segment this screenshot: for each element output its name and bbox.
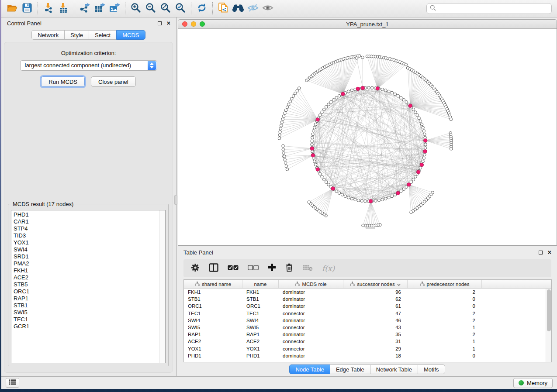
import-network-button[interactable] bbox=[41, 2, 56, 16]
cell-shared-name[interactable]: FKH1 bbox=[184, 289, 242, 295]
cell-predecessor-nodes[interactable]: 2 bbox=[408, 332, 482, 337]
cell-name[interactable]: FKH1 bbox=[242, 289, 279, 295]
cell-shared-name[interactable]: YOX1 bbox=[184, 346, 242, 351]
cell-successor-nodes[interactable]: 31 bbox=[343, 339, 408, 344]
cell-successor-nodes[interactable]: 62 bbox=[343, 296, 408, 302]
graph-node[interactable] bbox=[280, 124, 283, 127]
open-file-button[interactable] bbox=[5, 2, 20, 16]
mcds-hub-node[interactable] bbox=[420, 163, 423, 167]
graph-node[interactable] bbox=[416, 113, 419, 117]
graph-node[interactable] bbox=[327, 103, 330, 106]
graph-node[interactable] bbox=[422, 157, 426, 160]
mcds-hub-node[interactable] bbox=[407, 183, 411, 186]
export-network-button[interactable] bbox=[77, 2, 92, 16]
cell-mcds-role[interactable]: dominator bbox=[279, 353, 343, 358]
cell-predecessor-nodes[interactable]: 0 bbox=[408, 303, 482, 309]
graph-node[interactable] bbox=[412, 108, 415, 111]
graph-node[interactable] bbox=[325, 106, 328, 109]
graph-node[interactable] bbox=[278, 134, 281, 137]
mcds-hub-node[interactable] bbox=[341, 92, 345, 96]
graph-node[interactable] bbox=[322, 108, 325, 111]
mcds-hub-node[interactable] bbox=[396, 191, 400, 195]
mcds-hub-node[interactable] bbox=[331, 187, 335, 190]
column-header-successor-nodes[interactable]: successor nodes bbox=[343, 280, 408, 288]
cell-mcds-role[interactable]: connector bbox=[279, 325, 343, 330]
graph-node[interactable] bbox=[311, 143, 314, 146]
graph-node[interactable] bbox=[424, 147, 427, 150]
add-column-button[interactable] bbox=[268, 263, 276, 273]
graph-node[interactable] bbox=[419, 166, 422, 169]
graph-node[interactable] bbox=[384, 197, 387, 200]
graph-node[interactable] bbox=[405, 100, 408, 103]
mcds-hub-node[interactable] bbox=[424, 139, 427, 142]
column-header-shared-name[interactable]: shared name bbox=[184, 280, 242, 288]
graph-node[interactable] bbox=[397, 94, 400, 97]
graph-node[interactable] bbox=[422, 130, 426, 133]
graph-node[interactable] bbox=[282, 148, 285, 151]
graph-node[interactable] bbox=[335, 96, 338, 100]
mcds-hub-node[interactable] bbox=[423, 150, 427, 153]
graph-node[interactable] bbox=[330, 100, 333, 103]
mcds-hub-node[interactable] bbox=[310, 147, 314, 150]
graph-node[interactable] bbox=[418, 117, 421, 120]
list-item[interactable]: TID3 bbox=[14, 232, 165, 239]
graph-node[interactable] bbox=[283, 155, 286, 158]
cell-mcds-role[interactable]: connector bbox=[279, 311, 343, 316]
cell-predecessor-nodes[interactable]: 1 bbox=[408, 346, 482, 351]
graph-node[interactable] bbox=[335, 190, 338, 193]
graph-node[interactable] bbox=[286, 168, 289, 171]
cell-mcds-role[interactable]: dominator bbox=[279, 289, 343, 295]
list-item[interactable]: ORC1 bbox=[14, 288, 165, 295]
graph-node[interactable] bbox=[423, 133, 426, 136]
graph-node[interactable] bbox=[311, 140, 314, 143]
deselect-all-button[interactable] bbox=[248, 265, 259, 272]
delete-column-button[interactable] bbox=[285, 263, 293, 274]
mcds-result-list[interactable]: PHD1CAR1STP4TID3YOX1SWI4SRD1PMA2FKH1ACE2… bbox=[11, 210, 166, 363]
graph-node[interactable] bbox=[314, 123, 317, 126]
graph-node[interactable] bbox=[308, 201, 311, 204]
cell-mcds-role[interactable]: dominator bbox=[279, 296, 343, 302]
table-settings-button[interactable] bbox=[191, 263, 200, 274]
export-image-button[interactable] bbox=[107, 2, 122, 16]
graph-node[interactable] bbox=[318, 172, 322, 175]
refresh-button[interactable] bbox=[194, 2, 209, 16]
cell-mcds-role[interactable]: connector bbox=[279, 339, 343, 344]
graph-node[interactable] bbox=[387, 196, 391, 199]
graph-node[interactable] bbox=[298, 87, 301, 90]
graph-node[interactable] bbox=[313, 160, 316, 163]
mcds-hub-node[interactable] bbox=[376, 87, 379, 90]
graph-node[interactable] bbox=[287, 103, 291, 106]
tab-motifs[interactable]: Motifs bbox=[418, 364, 445, 374]
import-table-button[interactable] bbox=[56, 2, 71, 16]
graph-node[interactable] bbox=[410, 181, 413, 184]
show-all-button[interactable] bbox=[260, 2, 275, 16]
graph-node[interactable] bbox=[391, 91, 394, 94]
graph-node[interactable] bbox=[284, 109, 287, 112]
mcds-hub-node[interactable] bbox=[316, 118, 319, 121]
cell-name[interactable]: RAP1 bbox=[242, 332, 279, 337]
cell-successor-nodes[interactable]: 47 bbox=[343, 311, 408, 316]
graph-node[interactable] bbox=[312, 130, 315, 133]
cell-predecessor-nodes[interactable]: 2 bbox=[408, 318, 482, 323]
cell-predecessor-nodes[interactable]: 0 bbox=[408, 353, 482, 358]
graph-node[interactable] bbox=[282, 151, 285, 155]
run-mcds-button[interactable]: Run MCDS bbox=[41, 76, 85, 87]
cell-name[interactable]: PHD1 bbox=[242, 353, 279, 358]
zoom-fit-button[interactable] bbox=[158, 2, 173, 16]
graph-node[interactable] bbox=[311, 133, 315, 136]
graph-node[interactable] bbox=[374, 199, 377, 203]
graph-node[interactable] bbox=[344, 195, 347, 198]
graph-node[interactable] bbox=[338, 94, 341, 97]
graph-node[interactable] bbox=[400, 96, 403, 100]
list-item[interactable]: SRD1 bbox=[14, 253, 165, 260]
table-row[interactable]: FKH1FKH1dominator962 bbox=[184, 289, 551, 296]
list-item[interactable]: STB5 bbox=[14, 281, 165, 288]
cell-predecessor-nodes[interactable]: 2 bbox=[408, 289, 482, 295]
graph-node[interactable] bbox=[394, 193, 397, 196]
search-input[interactable] bbox=[438, 5, 548, 12]
graph-node[interactable] bbox=[279, 127, 282, 131]
graph-node[interactable] bbox=[338, 192, 341, 195]
cell-mcds-role[interactable]: dominator bbox=[279, 318, 343, 323]
table-row[interactable]: SWI5SWI5connector431 bbox=[184, 324, 551, 331]
graph-node[interactable] bbox=[332, 98, 336, 101]
